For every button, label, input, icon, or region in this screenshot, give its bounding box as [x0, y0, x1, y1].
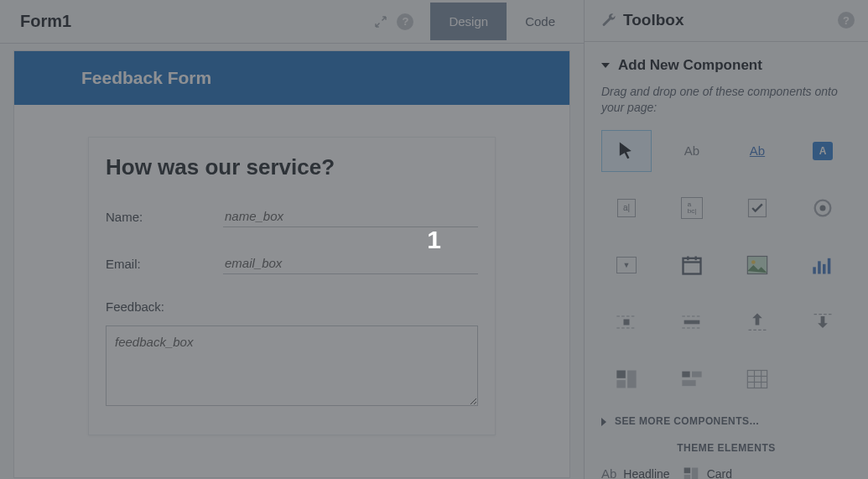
label-icon: Ab — [601, 466, 616, 479]
svg-rect-22 — [627, 370, 637, 388]
component-textarea[interactable]: abc| — [667, 187, 717, 229]
form-card[interactable]: How was our service? Name: Email: Feedba… — [88, 137, 496, 435]
section-label: Add New Component — [618, 57, 762, 74]
theme-headline-label: Headline — [623, 467, 669, 479]
svg-rect-26 — [682, 380, 695, 386]
upload-icon — [746, 310, 769, 334]
form-name-title: Form1 — [20, 12, 373, 31]
theme-elements-row: Ab Headline Card — [601, 466, 851, 479]
component-datepicker[interactable] — [667, 244, 717, 286]
feedback-label[interactable]: Feedback: — [106, 299, 478, 314]
component-image[interactable] — [732, 244, 782, 286]
help-icon[interactable]: ? — [838, 12, 855, 29]
component-checkbox[interactable] — [732, 187, 782, 229]
checkbox-icon — [746, 196, 769, 220]
radio-icon — [811, 196, 834, 220]
help-icon[interactable]: ? — [397, 13, 413, 30]
svg-rect-10 — [818, 261, 821, 273]
svg-rect-21 — [616, 370, 626, 377]
component-cursor[interactable] — [601, 130, 652, 172]
name-input[interactable] — [223, 206, 478, 227]
download-icon — [811, 310, 834, 334]
component-fileloader[interactable] — [732, 301, 782, 343]
canvas-area[interactable]: Feedback Form How was our service? Name:… — [0, 44, 584, 479]
spacer-h-icon — [680, 310, 704, 334]
component-dropdown[interactable]: ▼ — [601, 244, 652, 286]
svg-rect-18 — [684, 320, 700, 325]
dropdown-icon: ▼ — [616, 257, 637, 273]
email-input[interactable] — [223, 253, 478, 274]
form-title-bar[interactable]: Feedback Form — [14, 51, 569, 105]
svg-point-2 — [820, 205, 826, 211]
tab-design[interactable]: Design — [430, 3, 507, 40]
column-panel-icon — [615, 367, 638, 391]
toolbox-title: Toolbox — [623, 11, 838, 29]
email-label[interactable]: Email: — [106, 257, 223, 271]
component-data-grid[interactable] — [732, 358, 782, 400]
component-button[interactable]: A — [798, 130, 848, 172]
chart-icon — [811, 253, 834, 277]
add-component-section[interactable]: Add New Component — [601, 57, 851, 74]
svg-rect-23 — [616, 380, 626, 388]
textbox-icon: a| — [617, 199, 636, 217]
tab-code[interactable]: Code — [507, 3, 574, 40]
component-radio[interactable] — [798, 187, 848, 229]
svg-rect-9 — [813, 267, 816, 273]
component-plot[interactable] — [798, 244, 848, 286]
name-label[interactable]: Name: — [106, 210, 223, 224]
see-more-components[interactable]: SEE MORE COMPONENTS… — [601, 415, 851, 427]
textarea-icon: abc| — [681, 197, 703, 219]
calendar-icon — [680, 253, 704, 277]
theme-elements-label: THEME ELEMENTS — [601, 442, 851, 454]
form-canvas[interactable]: Feedback Form How was our service? Name:… — [13, 50, 570, 478]
designer-pane: Form1 ? Design Code Feedback Form How wa… — [0, 0, 585, 479]
data-grid-icon — [746, 367, 769, 391]
svg-rect-12 — [828, 258, 831, 274]
cursor-icon — [615, 139, 638, 163]
svg-rect-27 — [747, 370, 767, 388]
toolbox-pane: Toolbox ? Add New Component Drag and dro… — [585, 0, 868, 479]
feedback-textarea[interactable] — [106, 325, 478, 406]
expand-icon[interactable] — [373, 14, 388, 29]
wrench-icon — [601, 13, 616, 28]
svg-rect-32 — [683, 467, 690, 473]
toolbox-header: Toolbox ? — [585, 0, 868, 42]
image-icon — [746, 253, 769, 277]
flow-panel-icon — [680, 367, 704, 391]
toolbox-hint: Drag and drop one of these components on… — [601, 84, 851, 117]
spacer-icon — [615, 310, 638, 334]
svg-rect-34 — [683, 475, 690, 479]
svg-rect-25 — [692, 372, 702, 377]
svg-rect-3 — [683, 258, 701, 274]
component-flow-panel[interactable] — [667, 358, 717, 400]
theme-headline[interactable]: Ab Headline — [601, 466, 670, 479]
component-grid: Ab Ab A a| abc| ▼ — [601, 130, 851, 400]
svg-rect-11 — [823, 264, 826, 274]
component-textbox[interactable]: a| — [601, 187, 652, 229]
caret-down-icon — [601, 63, 610, 68]
component-label[interactable]: Ab — [667, 130, 717, 172]
component-spacer[interactable] — [601, 301, 652, 343]
svg-rect-24 — [682, 372, 689, 377]
form-heading[interactable]: How was our service? — [106, 154, 478, 180]
svg-rect-15 — [624, 319, 630, 325]
component-download[interactable] — [798, 301, 848, 343]
svg-rect-33 — [691, 467, 698, 479]
card-icon — [682, 466, 700, 479]
theme-card-label: Card — [707, 467, 732, 479]
component-column-panel[interactable] — [601, 358, 652, 400]
component-timer[interactable] — [667, 301, 717, 343]
caret-right-icon — [601, 418, 606, 426]
label-icon: Ab — [684, 143, 699, 158]
button-icon: A — [813, 142, 834, 160]
link-icon: Ab — [750, 143, 765, 158]
svg-point-8 — [751, 260, 756, 264]
component-link[interactable]: Ab — [732, 130, 782, 172]
view-tabs: Design Code — [430, 3, 574, 40]
designer-header: Form1 ? Design Code — [0, 0, 584, 44]
theme-card[interactable]: Card — [682, 466, 732, 479]
